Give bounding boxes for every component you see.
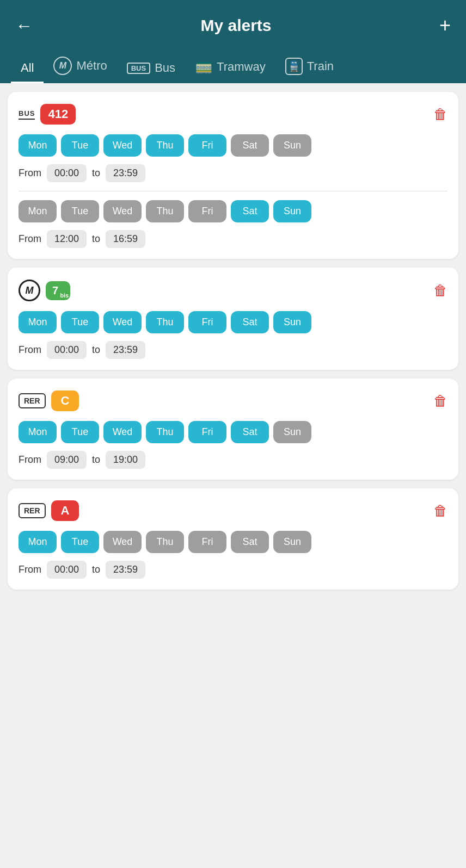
day-chip-sat[interactable]: Sat (231, 531, 269, 553)
day-chip-sat[interactable]: Sat (231, 311, 269, 333)
from-time[interactable]: 00:00 (47, 561, 87, 579)
days-row: Mon Tue Wed Thu Fri Sat Sun (19, 134, 447, 157)
card-header: RER C 🗑 (19, 390, 447, 411)
day-chip-sun[interactable]: Sun (273, 200, 311, 222)
time-row: From 00:00 to 23:59 (19, 561, 447, 579)
card-header: M 7bis 🗑 (19, 280, 447, 301)
time-row: From 00:00 to 23:59 (19, 341, 447, 359)
days-row: Mon Tue Wed Thu Fri Sat Sun (19, 421, 447, 443)
page-title: My alerts (200, 16, 271, 35)
day-chip-tue[interactable]: Tue (61, 200, 99, 222)
day-chip-mon[interactable]: Mon (19, 421, 57, 443)
day-chip-thu[interactable]: Thu (146, 531, 184, 553)
to-label: to (92, 168, 100, 179)
back-button[interactable]: ← (15, 16, 33, 36)
tab-train[interactable]: 🚆 Train (275, 50, 344, 83)
delete-alert-button[interactable]: 🗑 (433, 393, 447, 410)
day-chip-tue[interactable]: Tue (61, 134, 99, 157)
from-time[interactable]: 12:00 (47, 230, 87, 248)
header: ← My alerts + (0, 0, 466, 49)
bus-icon: BUS (127, 63, 150, 74)
bus-text: BUS (19, 109, 35, 117)
line-info: RER A (19, 500, 79, 521)
tab-bus-label: Bus (155, 61, 175, 75)
day-chip-thu[interactable]: Thu (146, 311, 184, 333)
time-row-2: From 12:00 to 16:59 (19, 230, 447, 248)
day-chip-fri[interactable]: Fri (188, 200, 226, 222)
day-chip-fri[interactable]: Fri (188, 311, 226, 333)
day-chip-thu[interactable]: Thu (146, 134, 184, 157)
day-chip-tue[interactable]: Tue (61, 421, 99, 443)
metro-icon: M (19, 280, 40, 301)
days-row: Mon Tue Wed Thu Fri Sat Sun (19, 531, 447, 553)
bus-underline (19, 119, 35, 120)
card-header: RER A 🗑 (19, 500, 447, 521)
tab-bus[interactable]: BUS Bus (117, 53, 185, 83)
delete-alert-button[interactable]: 🗑 (433, 282, 447, 299)
tab-metro-label: Métro (76, 59, 107, 73)
day-chip-wed[interactable]: Wed (103, 200, 142, 222)
tab-metro[interactable]: M Métro (44, 49, 116, 83)
to-time[interactable]: 19:00 (106, 451, 145, 469)
tab-all[interactable]: All (11, 53, 44, 83)
day-chip-mon[interactable]: Mon (19, 200, 57, 222)
schedule-divider (19, 191, 447, 191)
day-chip-fri[interactable]: Fri (188, 531, 226, 553)
delete-alert-button[interactable]: 🗑 (433, 106, 447, 123)
to-time[interactable]: 23:59 (106, 561, 145, 579)
line-number: C (51, 390, 79, 411)
day-chip-wed[interactable]: Wed (103, 421, 142, 443)
line-info: BUS 412 (19, 104, 76, 125)
time-row: From 09:00 to 19:00 (19, 451, 447, 469)
day-chip-sat[interactable]: Sat (231, 421, 269, 443)
bus-label: BUS (19, 109, 35, 120)
day-chip-mon[interactable]: Mon (19, 134, 57, 157)
alert-card-rerc: RER C 🗑 Mon Tue Wed Thu Fri Sat Sun From… (8, 379, 458, 480)
to-label: to (92, 454, 100, 466)
to-time[interactable]: 23:59 (106, 164, 145, 182)
card-header: BUS 412 🗑 (19, 104, 447, 125)
days-row: Mon Tue Wed Thu Fri Sat Sun (19, 311, 447, 333)
day-chip-tue[interactable]: Tue (61, 311, 99, 333)
day-chip-sat[interactable]: Sat (231, 134, 269, 157)
line-info: RER C (19, 390, 79, 411)
from-time[interactable]: 00:00 (47, 341, 87, 359)
day-chip-thu[interactable]: Thu (146, 200, 184, 222)
day-chip-mon[interactable]: Mon (19, 311, 57, 333)
day-chip-tue[interactable]: Tue (61, 531, 99, 553)
line-number: 7bis (46, 281, 70, 300)
to-label: to (92, 233, 100, 245)
alert-card-rera: RER A 🗑 Mon Tue Wed Thu Fri Sat Sun From… (8, 488, 458, 590)
from-label: From (19, 564, 41, 575)
day-chip-thu[interactable]: Thu (146, 421, 184, 443)
day-chip-sat[interactable]: Sat (231, 200, 269, 222)
from-time[interactable]: 09:00 (47, 451, 87, 469)
rer-label: RER (19, 393, 46, 408)
day-chip-sun[interactable]: Sun (273, 531, 311, 553)
from-label: From (19, 233, 41, 245)
day-chip-sun[interactable]: Sun (273, 311, 311, 333)
add-alert-button[interactable]: + (439, 14, 451, 37)
from-label: From (19, 454, 41, 466)
day-chip-wed[interactable]: Wed (103, 311, 142, 333)
day-chip-mon[interactable]: Mon (19, 531, 57, 553)
day-chip-sun[interactable]: Sun (273, 134, 311, 157)
day-chip-sun[interactable]: Sun (273, 421, 311, 443)
metro-icon: M (53, 57, 72, 75)
to-time[interactable]: 23:59 (106, 341, 145, 359)
alert-card-bus412: BUS 412 🗑 Mon Tue Wed Thu Fri Sat Sun Fr… (8, 92, 458, 259)
delete-alert-button[interactable]: 🗑 (433, 503, 447, 519)
day-chip-wed[interactable]: Wed (103, 134, 142, 157)
line-number: 412 (40, 104, 76, 125)
day-chip-fri[interactable]: Fri (188, 421, 226, 443)
day-chip-wed[interactable]: Wed (103, 531, 142, 553)
to-label: to (92, 564, 100, 575)
from-time[interactable]: 00:00 (47, 164, 87, 182)
to-time[interactable]: 16:59 (106, 230, 145, 248)
rer-label: RER (19, 503, 46, 518)
tabs-bar: All M Métro BUS Bus 🚃 Tramway 🚆 Train (0, 49, 466, 83)
tab-tramway[interactable]: 🚃 Tramway (185, 51, 275, 83)
day-chip-fri[interactable]: Fri (188, 134, 226, 157)
line-number: A (51, 500, 79, 521)
line-info: M 7bis (19, 280, 70, 301)
